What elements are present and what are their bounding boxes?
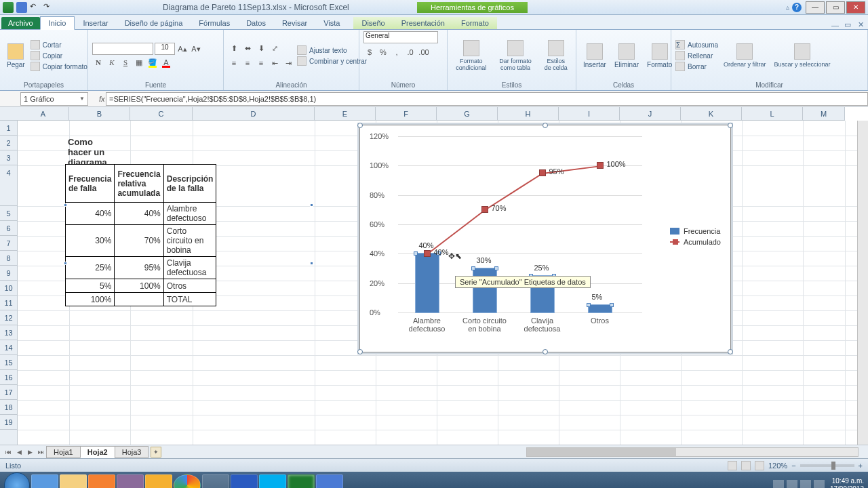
row-header[interactable]: 13 — [0, 325, 17, 340]
taskbar-excel-icon[interactable] — [288, 474, 315, 488]
help-icon[interactable]: ? — [792, 3, 802, 12]
increase-indent-button[interactable]: ⇥ — [282, 57, 294, 69]
row-header[interactable]: 17 — [0, 385, 17, 400]
increase-decimal-button[interactable]: .0 — [404, 46, 416, 58]
copy-button[interactable]: Copiar — [31, 51, 87, 60]
align-left-button[interactable]: ≡ — [228, 57, 240, 69]
workbook-restore-icon[interactable]: ▭ — [842, 20, 854, 29]
sheet-nav-first[interactable]: ⏮ — [3, 447, 14, 458]
percent-button[interactable]: % — [377, 46, 389, 58]
tray-volume-icon[interactable] — [814, 480, 825, 488]
cell-styles-button[interactable]: Estilos de celda — [540, 39, 572, 73]
zoom-slider[interactable] — [800, 464, 854, 467]
row-header[interactable]: 2 — [0, 136, 17, 150]
decrease-decimal-button[interactable]: .00 — [418, 46, 430, 58]
chart-bar[interactable] — [473, 268, 496, 312]
italic-button[interactable]: K — [106, 56, 118, 68]
align-bottom-button[interactable]: ⬇ — [255, 42, 267, 54]
sheet-nav-last[interactable]: ⏭ — [35, 447, 46, 458]
currency-button[interactable]: $ — [363, 46, 376, 58]
grow-font-button[interactable]: A▴ — [176, 43, 189, 55]
format-painter-button[interactable]: Copiar formato — [31, 62, 87, 71]
chart-bar[interactable] — [416, 253, 439, 312]
tab-file[interactable]: Archivo — [1, 17, 40, 29]
view-pagebreak-icon[interactable] — [755, 461, 764, 470]
orientation-button[interactable]: ⤢ — [269, 42, 281, 54]
tab-insertar[interactable]: Insertar — [75, 17, 116, 29]
column-headers[interactable]: ABCDEFGHIJKLM — [18, 107, 845, 121]
cut-button[interactable]: Cortar — [31, 40, 87, 49]
row-header[interactable]: 12 — [0, 310, 17, 325]
chart-bar[interactable] — [589, 305, 612, 312]
shrink-font-button[interactable]: A▾ — [190, 43, 202, 55]
chart-resize-handle[interactable] — [542, 123, 548, 128]
font-size-select[interactable]: 10 — [155, 43, 175, 55]
align-right-button[interactable]: ≡ — [255, 57, 267, 69]
zoom-level[interactable]: 120% — [768, 462, 787, 470]
undo-icon[interactable]: ↶ — [30, 2, 41, 13]
redo-icon[interactable]: ↷ — [43, 2, 54, 13]
column-header[interactable]: M — [803, 107, 845, 120]
bold-button[interactable]: N — [92, 56, 104, 68]
tab-chart-formato[interactable]: Formato — [453, 17, 497, 29]
row-header[interactable]: 16 — [0, 370, 17, 385]
tab-formulas[interactable]: Fórmulas — [191, 17, 238, 29]
row-header[interactable]: 14 — [0, 340, 17, 355]
format-cells-button[interactable]: Formato — [644, 42, 675, 70]
taskbar-ie-icon[interactable] — [31, 474, 58, 488]
row-header[interactable]: 7 — [0, 236, 17, 251]
column-header[interactable]: H — [498, 107, 559, 120]
sheet-tab-hoja3[interactable]: Hoja3 — [115, 446, 149, 458]
column-header[interactable]: K — [681, 107, 742, 120]
horizontal-scrollbar[interactable] — [526, 447, 859, 457]
tab-inicio[interactable]: Inicio — [40, 16, 75, 30]
format-as-table-button[interactable]: Dar formato como tabla — [493, 39, 537, 73]
find-select-button[interactable]: Buscar y seleccionar — [772, 42, 833, 69]
row-header[interactable]: 8 — [0, 251, 17, 266]
column-header[interactable]: A — [18, 107, 69, 120]
row-header[interactable]: 9 — [0, 266, 17, 281]
row-header[interactable]: 4 — [0, 165, 17, 206]
row-header[interactable]: 15 — [0, 355, 17, 370]
row-header[interactable]: 5 — [0, 206, 17, 221]
row-header[interactable]: 1 — [0, 121, 17, 136]
taskbar-app-icon[interactable] — [202, 474, 229, 488]
fx-icon[interactable]: fx — [95, 95, 106, 103]
row-header[interactable]: 11 — [0, 296, 17, 310]
column-header[interactable]: D — [193, 107, 315, 120]
row-headers[interactable]: 12345678910111213141516171819 — [0, 121, 18, 445]
comma-button[interactable]: , — [391, 46, 403, 58]
tab-datos[interactable]: Datos — [238, 17, 274, 29]
fill-color-button[interactable]: 🪣 — [146, 56, 159, 68]
align-middle-button[interactable]: ⬌ — [241, 42, 254, 54]
row-header[interactable]: 18 — [0, 400, 17, 415]
maximize-button[interactable]: ▭ — [826, 1, 845, 14]
paste-button[interactable]: Pegar — [4, 42, 28, 70]
sheet-nav-prev[interactable]: ◀ — [14, 447, 24, 458]
chart-legend[interactable]: FrecuenciaAcumulado — [670, 224, 721, 249]
tray-icon[interactable] — [773, 480, 784, 488]
new-sheet-button[interactable]: ✦ — [151, 447, 161, 458]
underline-button[interactable]: S — [119, 56, 132, 68]
taskbar-skype-icon[interactable] — [259, 474, 286, 488]
zoom-out-button[interactable]: − — [791, 462, 795, 470]
conditional-format-button[interactable]: Formato condicional — [452, 39, 490, 73]
align-center-button[interactable]: ≡ — [241, 57, 254, 69]
merge-center-button[interactable]: Combinar y centrar — [297, 56, 367, 66]
start-button[interactable] — [4, 472, 30, 488]
taskbar-chrome-icon[interactable] — [174, 474, 201, 488]
workbook-close-icon[interactable]: ✕ — [854, 20, 868, 29]
chart-line-marker[interactable] — [424, 250, 431, 257]
border-button[interactable]: ▦ — [133, 56, 145, 68]
column-header[interactable]: G — [437, 107, 498, 120]
wrap-text-button[interactable]: Ajustar texto — [297, 45, 367, 55]
view-normal-icon[interactable] — [728, 461, 737, 470]
vertical-scrollbar[interactable] — [857, 121, 868, 445]
taskbar-outlook-icon[interactable] — [145, 474, 172, 488]
align-top-button[interactable]: ⬆ — [228, 42, 240, 54]
minimize-button[interactable]: — — [806, 1, 825, 14]
autosum-button[interactable]: ΣAutosuma — [675, 40, 718, 49]
chart-resize-handle[interactable] — [728, 123, 733, 128]
row-header[interactable]: 19 — [0, 415, 17, 430]
chart-line-marker[interactable] — [539, 169, 546, 176]
